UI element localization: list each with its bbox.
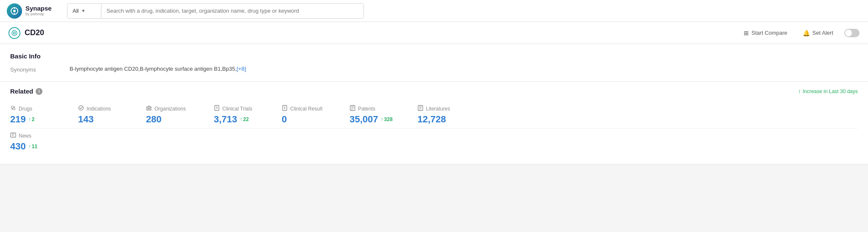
stat-value-row: 430↑11 — [10, 141, 70, 152]
stat-value: 219 — [10, 114, 26, 125]
stat-value-row: 12,728 — [417, 114, 477, 125]
stat-item[interactable]: Organizations280 — [146, 102, 214, 128]
logo-icon — [7, 3, 22, 19]
filter-dropdown[interactable]: All ▼ — [67, 4, 101, 18]
svg-point-1 — [13, 10, 16, 12]
stat-value-row: 219↑2 — [10, 114, 70, 125]
alert-icon: 🔔 — [803, 30, 810, 36]
stat-value-row: 0 — [282, 114, 341, 125]
synonyms-row: Synonyms B-lymphocyte antigen CD20,B-lym… — [10, 66, 858, 73]
svg-line-7 — [12, 107, 15, 110]
stat-label: Literatures — [426, 106, 450, 112]
stat-label-row: Organizations — [146, 105, 205, 112]
stat-increase-badge: ↑328 — [381, 116, 392, 122]
indications-icon — [78, 105, 84, 112]
stat-value-row: 143 — [78, 114, 137, 125]
stat-label: Patents — [358, 106, 375, 112]
svg-point-4 — [12, 30, 17, 36]
stat-label-row: Clinical Trials — [214, 105, 273, 112]
basic-info-title: Basic Info — [10, 52, 858, 60]
navbar: Synapse by patsnap All ▼ — [0, 0, 868, 22]
stat-label-row: News — [10, 132, 70, 139]
stat-item[interactable]: Literatures12,728 — [417, 102, 485, 128]
page-title: CD20 — [25, 28, 44, 37]
basic-info-section: Basic Info Synonyms B-lymphocyte antigen… — [0, 44, 868, 82]
chevron-down-icon: ▼ — [81, 8, 85, 13]
stat-increase-badge: ↑11 — [28, 144, 37, 149]
literatures-icon — [417, 105, 423, 112]
main-content: Basic Info Synonyms B-lymphocyte antigen… — [0, 44, 868, 164]
svg-rect-24 — [11, 133, 16, 137]
clinical-trials-icon — [214, 105, 220, 112]
stat-value: 12,728 — [417, 114, 446, 125]
increase-value: 2 — [32, 116, 35, 122]
stat-label: Clinical Trials — [222, 106, 252, 112]
patents-icon — [350, 105, 356, 112]
increase-value: 11 — [32, 144, 37, 149]
start-compare-button[interactable]: ⊞ Start Compare — [739, 27, 792, 39]
stat-value-row: 3,713↑22 — [214, 114, 273, 125]
logo-name: Synapse — [25, 5, 52, 12]
related-section: Related i ↑ Increase in Last 30 days Dru… — [0, 82, 868, 164]
stat-item[interactable]: News430↑11 — [10, 129, 78, 155]
logo-sub: by patsnap — [25, 12, 52, 17]
stat-label: Organizations — [154, 106, 186, 112]
svg-point-8 — [79, 106, 84, 110]
alert-label: Set Alert — [812, 30, 833, 36]
stat-label-row: Patents — [350, 105, 409, 112]
stat-value: 280 — [146, 114, 162, 125]
stat-value-row: 35,007↑328 — [350, 114, 409, 125]
target-icon — [8, 27, 20, 39]
up-arrow-icon: ↑ — [381, 116, 383, 122]
filter-selected: All — [73, 8, 78, 14]
search-input[interactable] — [101, 4, 364, 18]
toggle-knob — [845, 30, 852, 36]
stat-label: Clinical Result — [290, 106, 322, 112]
related-title: Related — [10, 88, 33, 95]
target-bar: CD20 ⊞ Start Compare 🔔 Set Alert — [0, 22, 868, 44]
drugs-icon — [10, 105, 16, 112]
stat-item[interactable]: Clinical Result0 — [282, 102, 350, 128]
svg-point-5 — [14, 32, 16, 34]
stats-grid: Drugs219↑2Indications143Organizations280… — [0, 95, 868, 164]
stat-item[interactable]: Clinical Trials3,713↑22 — [214, 102, 282, 128]
stat-label-row: Indications — [78, 105, 137, 112]
stat-label: Drugs — [19, 106, 32, 112]
news-icon — [10, 132, 16, 139]
increase-value: 328 — [384, 116, 392, 122]
stat-label-row: Literatures — [417, 105, 477, 112]
compare-label: Start Compare — [751, 30, 787, 36]
stat-label-row: Clinical Result — [282, 105, 341, 112]
stat-value: 143 — [78, 114, 94, 125]
logo-text: Synapse by patsnap — [25, 5, 52, 16]
target-left: CD20 — [8, 27, 44, 39]
stat-item[interactable]: Drugs219↑2 — [10, 102, 78, 128]
organizations-icon — [146, 105, 152, 112]
stat-label-row: Drugs — [10, 105, 70, 112]
alert-toggle[interactable] — [844, 29, 860, 37]
stat-item[interactable]: Indications143 — [78, 102, 146, 128]
svg-rect-10 — [215, 105, 219, 110]
up-arrow-icon: ↑ — [240, 116, 242, 122]
synonyms-label: Synonyms — [10, 66, 53, 73]
search-bar: All ▼ — [67, 3, 364, 19]
stat-label: Indications — [87, 106, 111, 112]
related-title-area: Related i — [10, 88, 42, 95]
up-arrow-icon: ↑ — [28, 116, 31, 122]
stat-row-divider — [10, 128, 858, 129]
stat-value: 430 — [10, 141, 26, 152]
set-alert-button[interactable]: 🔔 Set Alert — [798, 27, 837, 39]
synonyms-value: B-lymphocyte antigen CD20,B-lymphocyte s… — [70, 66, 246, 72]
increase-arrow-icon: ↑ — [798, 88, 801, 95]
stat-value: 35,007 — [350, 114, 378, 125]
svg-rect-13 — [283, 105, 287, 110]
up-arrow-icon: ↑ — [28, 144, 31, 149]
clinical-result-icon — [282, 105, 288, 112]
stat-item[interactable]: Patents35,007↑328 — [350, 102, 417, 128]
synonyms-more-link[interactable]: [+8] — [237, 66, 246, 72]
stat-value: 0 — [282, 114, 287, 125]
stat-value: 3,713 — [214, 114, 237, 125]
target-actions: ⊞ Start Compare 🔔 Set Alert — [739, 27, 860, 39]
compare-icon: ⊞ — [744, 30, 749, 36]
related-info-icon[interactable]: i — [36, 88, 42, 95]
